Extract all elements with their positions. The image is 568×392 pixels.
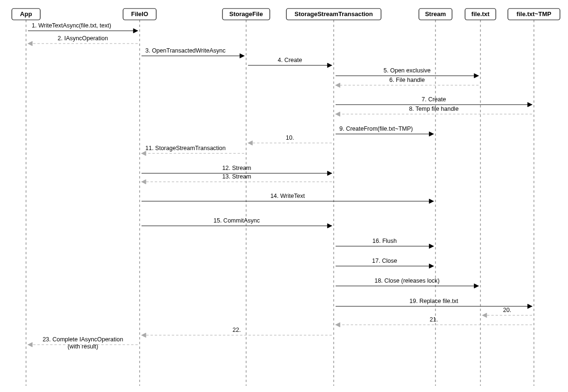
participant-label: Stream: [425, 10, 446, 18]
message-label: 23. Complete IAsyncOperation(with result…: [43, 336, 123, 350]
message-label: 8. Temp file handle: [409, 106, 459, 112]
participant-label: FileIO: [131, 10, 148, 18]
message-label: 20.: [503, 307, 511, 313]
participant-label: StorageStreamTransaction: [294, 10, 373, 18]
message-label: 6. File handle: [389, 77, 425, 83]
message-label: 15. CommitAsync: [213, 217, 260, 224]
participant-label: StorageFile: [230, 10, 263, 18]
participant-label: file.txt~TMP: [516, 10, 551, 18]
message-label: 18. Close (releases lock): [374, 277, 440, 284]
sequence-diagram: AppFileIOStorageFileStorageStreamTransac…: [0, 0, 568, 392]
message-label: 14. WriteText: [270, 193, 305, 199]
message-label: 16. Flush: [373, 238, 397, 244]
message-label: 10.: [286, 134, 294, 141]
message-label: 5. Open exclusive: [383, 67, 430, 74]
message-label: 7. Create: [422, 96, 446, 103]
message-label: 12. Stream: [222, 165, 251, 171]
message-label: 4. Create: [278, 57, 302, 63]
participant-label: file.txt: [471, 10, 490, 18]
message-label: 17. Close: [372, 258, 397, 264]
message-label: 9. CreateFrom(file.txt~TMP): [339, 125, 413, 132]
message-label: 3. OpenTransactedWriteAsync: [145, 47, 226, 54]
message-label: 11. StorageStreamTransaction: [145, 145, 226, 151]
participant-label: App: [20, 10, 32, 18]
message-label: 13. Stream: [222, 173, 251, 180]
message-label: 21.: [430, 316, 438, 323]
message-label: 22.: [232, 327, 240, 333]
message-label: 19. Replace file.txt: [409, 298, 458, 304]
message-label: 1. WriteTextAsync(file.txt, text): [32, 22, 111, 29]
message-label: 2. IAsyncOperation: [58, 35, 108, 42]
